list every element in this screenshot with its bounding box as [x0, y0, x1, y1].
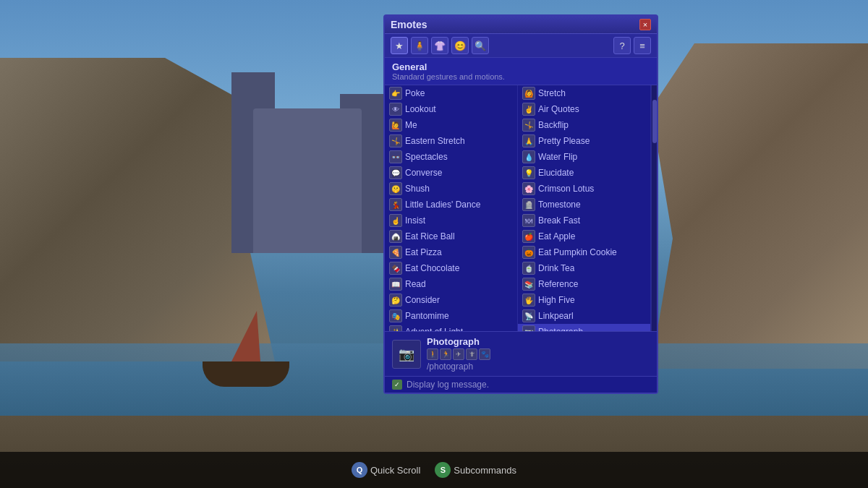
emote-icon: 🍽: [522, 214, 535, 227]
list-item[interactable]: 🍫 Eat Chocolate: [385, 260, 517, 276]
boat-sail: [231, 311, 260, 361]
subcommands-button[interactable]: S Subcommands: [435, 462, 516, 478]
emote-icon: 💧: [522, 150, 535, 163]
emote-label: High Five: [538, 295, 575, 305]
list-item[interactable]: 🎭 Pantomime: [385, 308, 517, 324]
quick-scroll-icon: Q: [352, 462, 367, 478]
list-item[interactable]: 💧 Water Flip: [518, 149, 650, 165]
emote-label: Spectacles: [405, 152, 448, 162]
emote-icon: ✨: [389, 325, 402, 331]
emote-label: Little Ladies' Dance: [405, 200, 480, 210]
emote-icon: 🙋: [389, 119, 402, 132]
emote-icon: 📚: [522, 278, 535, 291]
list-item-selected[interactable]: 📷 Photograph: [518, 324, 650, 331]
category-header: General Standard gestures and motions.: [385, 58, 657, 85]
emote-label: Eat Pizza: [405, 247, 442, 257]
subcommands-label: Subcommands: [454, 465, 516, 476]
list-item[interactable]: ☝ Insist: [385, 213, 517, 228]
emote-label: Backflip: [538, 120, 569, 130]
emote-icon: 👉: [389, 87, 402, 100]
emote-icon: 🤔: [389, 294, 402, 307]
list-item[interactable]: 🖐 High Five: [518, 292, 650, 308]
footer-command: /photograph: [427, 361, 650, 372]
list-item[interactable]: 🍙 Eat Rice Ball: [385, 228, 517, 244]
footer-emote-icon: 📷: [392, 340, 421, 369]
emote-icon: ☝: [389, 214, 402, 227]
emote-icon: 📖: [389, 278, 402, 291]
toolbar-settings-button[interactable]: ≡: [634, 37, 651, 54]
emote-icon: 🖐: [522, 294, 535, 307]
emote-label: Pretty Please: [538, 136, 590, 146]
panel-title: Emotes: [391, 19, 427, 30]
list-item[interactable]: 🎃 Eat Pumpkin Cookie: [518, 244, 650, 260]
list-item[interactable]: 🌸 Crimson Lotus: [518, 181, 650, 197]
list-item[interactable]: 🙏 Pretty Please: [518, 133, 650, 149]
list-item[interactable]: 💬 Converse: [385, 165, 517, 181]
panel-toolbar: ★ 🧍 👚 😊 🔍 ? ≡: [385, 34, 657, 58]
footer-emote-name: Photograph: [427, 336, 650, 347]
toolbar-help-button[interactable]: ?: [613, 37, 631, 54]
close-button[interactable]: ×: [639, 19, 651, 30]
toolbar-favorites-icon[interactable]: ★: [391, 37, 408, 54]
emote-icon: 📷: [522, 325, 535, 331]
emote-label: Eat Chocolate: [405, 263, 459, 273]
emote-label: Eat Apple: [538, 231, 575, 241]
list-item[interactable]: 📖 Read: [385, 276, 517, 292]
footer-small-icon: 🐾: [479, 348, 490, 360]
list-item[interactable]: 💡 Elucidate: [518, 165, 650, 181]
footer-small-icon: ✈: [453, 348, 464, 360]
list-item[interactable]: 🤸 Backflip: [518, 117, 650, 133]
emote-label: Read: [405, 279, 426, 289]
list-item[interactable]: 🙋 Me: [385, 117, 517, 133]
list-item[interactable]: ✌ Air Quotes: [518, 101, 650, 117]
emote-icon: 📡: [522, 309, 535, 322]
list-item[interactable]: 🍕 Eat Pizza: [385, 244, 517, 260]
emote-icon: 🤫: [389, 182, 402, 195]
emote-icon: 🙆: [522, 87, 535, 100]
emote-label: Drink Tea: [538, 263, 574, 273]
list-item[interactable]: 🤫 Shush: [385, 181, 517, 197]
emote-icon: 💡: [522, 166, 535, 179]
emote-label: Consider: [405, 295, 440, 305]
list-item[interactable]: 📚 Reference: [518, 276, 650, 292]
scrollbar-track[interactable]: [651, 85, 657, 331]
quick-scroll-button[interactable]: Q Quick Scroll: [352, 462, 420, 478]
list-item[interactable]: 👁 Lookout: [385, 101, 517, 117]
emote-label: Elucidate: [538, 168, 574, 178]
emote-label: Water Flip: [538, 152, 577, 162]
toolbar-emote-icon[interactable]: 😊: [451, 37, 469, 54]
footer-small-icon: 🗡: [466, 348, 477, 360]
list-item[interactable]: 💃 Little Ladies' Dance: [385, 197, 517, 213]
emote-label: Crimson Lotus: [538, 184, 594, 194]
scrollbar-thumb[interactable]: [652, 100, 657, 143]
check-icon: ✓: [392, 380, 402, 390]
emote-label: Pantomime: [405, 311, 449, 321]
toolbar-right: ? ≡: [613, 37, 651, 54]
toolbar-search-icon[interactable]: 🔍: [472, 37, 489, 54]
list-item[interactable]: 🍵 Drink Tea: [518, 260, 650, 276]
list-item[interactable]: 🍽 Break Fast: [518, 213, 650, 228]
emote-label: Stretch: [538, 88, 566, 98]
list-item[interactable]: 👓 Spectacles: [385, 149, 517, 165]
emotes-left-col: 👉 Poke 👁 Lookout 🙋 Me 🤸 Eastern Stretch …: [385, 85, 518, 331]
emote-label: Tomestone: [538, 200, 581, 210]
emote-icon: ✌: [522, 103, 535, 116]
emote-icon: 💃: [389, 198, 402, 211]
toolbar-gear-icon[interactable]: 👚: [431, 37, 448, 54]
list-item[interactable]: 🍎 Eat Apple: [518, 228, 650, 244]
list-item[interactable]: 🤔 Consider: [385, 292, 517, 308]
emote-label: Poke: [405, 88, 425, 98]
category-name: General: [392, 61, 650, 72]
list-item[interactable]: ✨ Advent of Light: [385, 324, 517, 331]
list-item[interactable]: 📡 Linkpearl: [518, 308, 650, 324]
emote-label: Photograph: [538, 327, 583, 331]
emote-icon: 👁: [389, 103, 402, 116]
toolbar-character-icon[interactable]: 🧍: [411, 37, 428, 54]
footer-icons-row: 🚶 🏃 ✈ 🗡 🐾: [427, 348, 650, 360]
list-item[interactable]: 🤸 Eastern Stretch: [385, 133, 517, 149]
castle: [217, 36, 398, 253]
list-item[interactable]: 🪦 Tomestone: [518, 197, 650, 213]
list-item[interactable]: 🙆 Stretch: [518, 85, 650, 101]
display-log-label: Display log message.: [407, 380, 489, 390]
list-item[interactable]: 👉 Poke: [385, 85, 517, 101]
